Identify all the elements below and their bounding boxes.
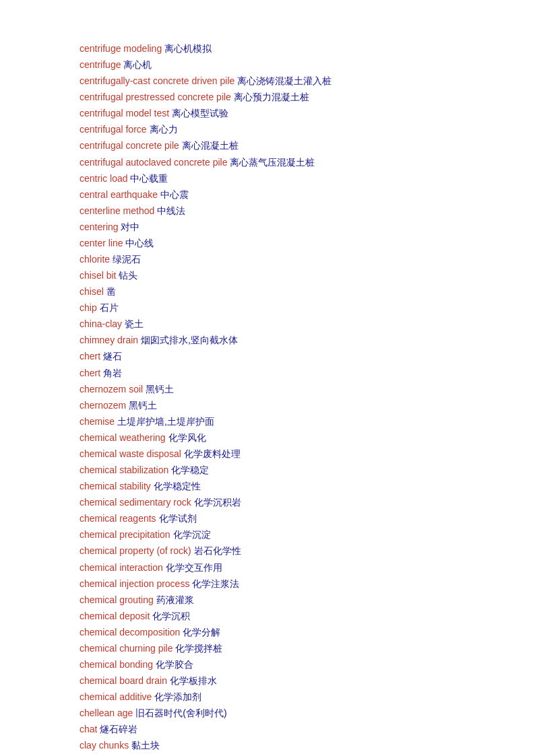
list-item: centrifugal autoclaved concrete pile 离心蒸… xyxy=(80,154,495,170)
entry-chinese: 化学沉积岩 xyxy=(194,497,241,508)
entry-english: chemical board drain xyxy=(80,675,167,686)
entry-chinese: 绿泥石 xyxy=(113,254,141,265)
list-item: chemical board drain 化学板排水 xyxy=(80,673,495,689)
list-item: chisel bit 钻头 xyxy=(80,267,495,283)
list-item: chemical property (of rock) 岩石化学性 xyxy=(80,543,495,559)
entry-chinese: 土堤岸护墙,土堤岸护面 xyxy=(117,416,214,427)
entry-english: chert xyxy=(80,351,100,362)
entry-chinese: 化学交互作用 xyxy=(166,562,222,573)
entry-english: chimney drain xyxy=(80,335,138,345)
entry-english: centrifuge modeling xyxy=(80,43,162,54)
list-item: chemical weathering 化学风化 xyxy=(80,429,495,446)
entry-chinese: 岩石化学性 xyxy=(194,545,241,556)
list-item: china-clay 瓷土 xyxy=(80,316,495,332)
list-item: chemical waste disposal 化学废料处理 xyxy=(80,446,495,462)
entry-english: chemical waste disposal xyxy=(80,448,181,459)
entry-chinese: 凿 xyxy=(106,286,116,297)
entry-chinese: 离心力 xyxy=(150,124,178,135)
entry-chinese: 化学板排水 xyxy=(170,675,217,686)
entry-english: chemical injection process xyxy=(80,578,189,589)
entry-chinese: 离心浇铸混凝土灌入桩 xyxy=(237,75,332,86)
entry-english: chernozem xyxy=(80,400,126,411)
list-item: chemical interaction 化学交互作用 xyxy=(80,559,495,576)
list-item: chert 燧石 xyxy=(80,348,495,364)
list-item: chert 角岩 xyxy=(80,365,495,381)
list-item: centrifugal force 离心力 xyxy=(80,121,495,137)
entry-english: chemical churning pile xyxy=(80,643,173,654)
entry-english: chemical decomposition xyxy=(80,627,180,638)
entry-chinese: 石片 xyxy=(100,302,119,313)
list-item: centrifugal concrete pile 离心混凝土桩 xyxy=(80,137,495,153)
list-item: chemical churning pile 化学搅拌桩 xyxy=(80,640,495,656)
entry-english: chlorite xyxy=(80,254,110,265)
entry-chinese: 燧石 xyxy=(103,351,122,362)
entry-english: chernozem soil xyxy=(80,384,143,394)
entry-chinese: 化学试剂 xyxy=(159,513,197,524)
list-item: centrifuge 离心机 xyxy=(80,57,495,73)
list-item: chemise 土堤岸护墙,土堤岸护面 xyxy=(80,413,495,429)
list-item: chemical bonding 化学胶合 xyxy=(80,656,495,673)
entry-english: centrifugal model test xyxy=(80,108,169,118)
entry-english: centric load xyxy=(80,173,128,184)
entry-english: chert xyxy=(80,368,100,378)
entry-chinese: 化学胶合 xyxy=(156,659,193,670)
entry-english: centerline method xyxy=(80,205,154,216)
list-item: chemical reagents 化学试剂 xyxy=(80,510,495,526)
entry-english: chemical reagents xyxy=(80,513,156,524)
entry-english: chemical property (of rock) xyxy=(80,545,191,556)
entry-english: chemise xyxy=(80,416,115,427)
entry-english: centrifugal autoclaved concrete pile xyxy=(80,157,227,168)
entry-english: chemical bonding xyxy=(80,659,153,670)
entry-english: chemical interaction xyxy=(80,562,163,573)
entry-chinese: 中心载重 xyxy=(130,173,168,184)
list-item: chlorite 绿泥石 xyxy=(80,251,495,267)
entry-english: centrifugal prestressed concrete pile xyxy=(80,92,231,102)
list-item: centerline method 中线法 xyxy=(80,203,495,219)
entry-chinese: 中心线 xyxy=(125,238,154,248)
entry-english: center line xyxy=(80,238,123,248)
entry-chinese: 化学稳定性 xyxy=(154,481,201,491)
entry-english: chemical grouting xyxy=(80,594,154,605)
entry-chinese: 中线法 xyxy=(157,205,185,216)
entry-chinese: 离心预力混凝土桩 xyxy=(234,92,309,102)
entry-english: chemical stabilization xyxy=(80,465,168,475)
list-item: centrifugally-cast concrete driven pile … xyxy=(80,73,495,89)
entry-english: chemical stability xyxy=(80,481,151,491)
entry-english: centrifugal concrete pile xyxy=(80,140,179,151)
entry-chinese: 化学添加剂 xyxy=(154,691,201,702)
list-item: chisel 凿 xyxy=(80,283,495,300)
entry-english: chemical precipitation xyxy=(80,529,170,540)
list-item: chimney drain 烟囱式排水,竖向截水体 xyxy=(80,332,495,348)
list-item: chat 燧石碎岩 xyxy=(80,721,495,737)
list-item: chellean age 旧石器时代(舍利时代) xyxy=(80,705,495,721)
list-item: center line 中心线 xyxy=(80,235,495,251)
entry-english: centrifugally-cast concrete driven pile xyxy=(80,75,234,86)
list-item: chemical sedimentary rock 化学沉积岩 xyxy=(80,494,495,510)
entry-english: centrifugal force xyxy=(80,124,147,135)
entry-chinese: 化学废料处理 xyxy=(184,448,241,459)
list-item: chip 石片 xyxy=(80,300,495,316)
entry-english: china-clay xyxy=(80,318,122,329)
list-item: chemical precipitation 化学沉淀 xyxy=(80,526,495,543)
list-item: centrifugal model test 离心模型试验 xyxy=(80,105,495,121)
entry-english: chemical sedimentary rock xyxy=(80,497,191,508)
list-item: chemical decomposition 化学分解 xyxy=(80,624,495,640)
entry-english: central earthquake xyxy=(80,189,158,200)
entry-chinese: 瓷土 xyxy=(125,318,144,329)
entry-english: chisel bit xyxy=(80,270,116,281)
entry-english: chisel xyxy=(80,286,104,297)
entry-chinese: 燧石碎岩 xyxy=(100,724,137,734)
entry-english: centering xyxy=(80,221,119,232)
entry-chinese: 离心混凝土桩 xyxy=(182,140,239,151)
entry-chinese: 离心机 xyxy=(123,59,152,70)
entry-english: chat xyxy=(80,724,97,734)
entry-english: centrifuge xyxy=(80,59,121,70)
entry-english: chemical deposit xyxy=(80,611,150,621)
list-item: chemical injection process 化学注浆法 xyxy=(80,576,495,592)
list-item: chemical deposit 化学沉积 xyxy=(80,608,495,624)
entry-chinese: 化学沉淀 xyxy=(173,529,211,540)
list-item: chemical stability 化学稳定性 xyxy=(80,478,495,494)
entry-english: chemical weathering xyxy=(80,432,166,443)
list-item: chernozem 黑钙土 xyxy=(80,397,495,413)
entry-chinese: 黑钙土 xyxy=(129,400,157,411)
